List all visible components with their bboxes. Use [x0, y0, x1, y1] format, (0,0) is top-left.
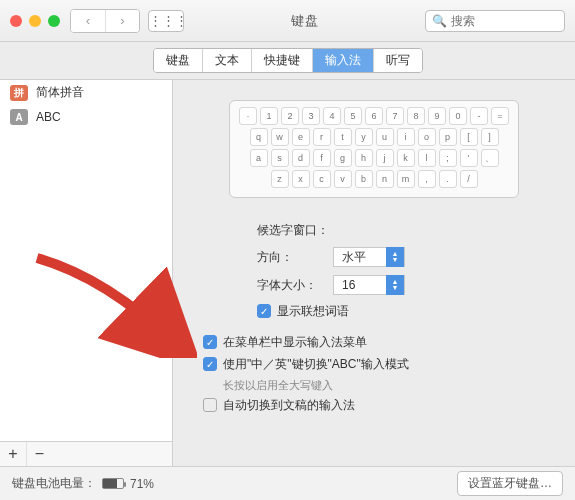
keyboard-key: f — [313, 149, 331, 167]
keyboard-key: v — [334, 170, 352, 188]
fontsize-value: 16 — [334, 278, 386, 292]
keyboard-key: 4 — [323, 107, 341, 125]
keyboard-key: e — [292, 128, 310, 146]
close-button[interactable] — [10, 15, 22, 27]
footer: 键盘电池电量： 71% 设置蓝牙键盘… — [0, 466, 575, 500]
keyboard-key: 1 — [260, 107, 278, 125]
keyboard-preview: ·1234567890-=qwertyuiop[]asdfghjkl;'、zxc… — [229, 100, 519, 198]
main: 拼简体拼音AABC + − ·1234567890-=qwertyuiop[]a… — [0, 80, 575, 466]
battery-label: 键盘电池电量： — [12, 475, 96, 492]
battery-status: 键盘电池电量： 71% — [12, 475, 154, 492]
show-associations-checkbox[interactable]: ✓ — [257, 304, 271, 318]
keyboard-key: ] — [481, 128, 499, 146]
keyboard-key: . — [439, 170, 457, 188]
remove-input-source-button[interactable]: − — [26, 442, 52, 466]
keyboard-key: 2 — [281, 107, 299, 125]
keyboard-key: - — [470, 107, 488, 125]
keyboard-key: ; — [439, 149, 457, 167]
tabs-row: 键盘文本快捷键输入法听写 — [0, 42, 575, 80]
tabs: 键盘文本快捷键输入法听写 — [153, 48, 423, 73]
tab-键盘[interactable]: 键盘 — [154, 49, 202, 72]
input-source-badge: A — [10, 109, 28, 125]
keyboard-key: x — [292, 170, 310, 188]
keyboard-key: y — [355, 128, 373, 146]
keyboard-key: n — [376, 170, 394, 188]
minimize-button[interactable] — [29, 15, 41, 27]
input-sources-list: 拼简体拼音AABC — [0, 80, 172, 441]
titlebar: ‹ › ⋮⋮⋮ 键盘 🔍 — [0, 0, 575, 42]
direction-value: 水平 — [334, 249, 386, 266]
keyboard-key: · — [239, 107, 257, 125]
candidate-section-label: 候选字窗口： — [257, 222, 329, 239]
input-source-badge: 拼 — [10, 85, 28, 101]
tab-输入法[interactable]: 输入法 — [312, 49, 373, 72]
show-associations-label: 显示联想词语 — [277, 303, 349, 320]
search-field[interactable]: 🔍 — [425, 10, 565, 32]
keyboard-key: s — [271, 149, 289, 167]
add-input-source-button[interactable]: + — [0, 442, 26, 466]
chevron-updown-icon: ▲▼ — [386, 247, 404, 267]
keyboard-key: w — [271, 128, 289, 146]
tab-听写[interactable]: 听写 — [373, 49, 422, 72]
zoom-button[interactable] — [48, 15, 60, 27]
window-title: 键盘 — [184, 12, 425, 30]
direction-select[interactable]: 水平 ▲▼ — [333, 247, 405, 267]
chevron-updown-icon: ▲▼ — [386, 275, 404, 295]
add-remove-bar: + − — [0, 441, 172, 466]
forward-button[interactable]: › — [105, 10, 139, 32]
keyboard-key: l — [418, 149, 436, 167]
auto-switch-label: 自动切换到文稿的输入法 — [223, 397, 355, 414]
show-all-prefs-button[interactable]: ⋮⋮⋮ — [148, 10, 184, 32]
keyboard-key: 0 — [449, 107, 467, 125]
keyboard-key: 5 — [344, 107, 362, 125]
keyboard-key: q — [250, 128, 268, 146]
show-in-menubar-checkbox[interactable]: ✓ — [203, 335, 217, 349]
nav-back-forward: ‹ › — [70, 9, 140, 33]
keyboard-key: [ — [460, 128, 478, 146]
input-source-item[interactable]: 拼简体拼音 — [0, 80, 172, 105]
keyboard-key: 7 — [386, 107, 404, 125]
keyboard-key: 9 — [428, 107, 446, 125]
tab-文本[interactable]: 文本 — [202, 49, 251, 72]
keyboard-key: o — [418, 128, 436, 146]
search-icon: 🔍 — [432, 14, 447, 28]
cn-en-switch-label: 使用"中／英"键切换"ABC"输入模式 — [223, 356, 409, 373]
keyboard-key: p — [439, 128, 457, 146]
keyboard-key: g — [334, 149, 352, 167]
show-in-menubar-label: 在菜单栏中显示输入法菜单 — [223, 334, 367, 351]
keyboard-key: m — [397, 170, 415, 188]
battery-percent: 71% — [130, 477, 154, 491]
input-source-item[interactable]: AABC — [0, 105, 172, 129]
cn-en-switch-checkbox[interactable]: ✓ — [203, 357, 217, 371]
keyboard-key: 6 — [365, 107, 383, 125]
detail-pane: ·1234567890-=qwertyuiop[]asdfghjkl;'、zxc… — [173, 80, 575, 466]
bluetooth-keyboard-button[interactable]: 设置蓝牙键盘… — [457, 471, 563, 496]
auto-switch-checkbox[interactable] — [203, 398, 217, 412]
battery-icon — [102, 478, 124, 489]
keyboard-key: 、 — [481, 149, 499, 167]
keyboard-key: b — [355, 170, 373, 188]
search-input[interactable] — [451, 14, 558, 28]
tab-快捷键[interactable]: 快捷键 — [251, 49, 312, 72]
keyboard-key: = — [491, 107, 509, 125]
keyboard-key: c — [313, 170, 331, 188]
input-source-label: ABC — [36, 110, 61, 124]
sidebar: 拼简体拼音AABC + − — [0, 80, 173, 466]
direction-label: 方向： — [257, 249, 333, 266]
keyboard-key: 3 — [302, 107, 320, 125]
keyboard-key: t — [334, 128, 352, 146]
keyboard-key: / — [460, 170, 478, 188]
cn-en-hint: 长按以启用全大写键入 — [223, 378, 553, 393]
keyboard-key: i — [397, 128, 415, 146]
keyboard-key: j — [376, 149, 394, 167]
keyboard-key: u — [376, 128, 394, 146]
keyboard-key: 8 — [407, 107, 425, 125]
keyboard-key: h — [355, 149, 373, 167]
back-button[interactable]: ‹ — [71, 10, 105, 32]
fontsize-label: 字体大小： — [257, 277, 333, 294]
fontsize-select[interactable]: 16 ▲▼ — [333, 275, 405, 295]
keyboard-key: k — [397, 149, 415, 167]
input-source-label: 简体拼音 — [36, 84, 84, 101]
keyboard-key: r — [313, 128, 331, 146]
keyboard-key: ' — [460, 149, 478, 167]
